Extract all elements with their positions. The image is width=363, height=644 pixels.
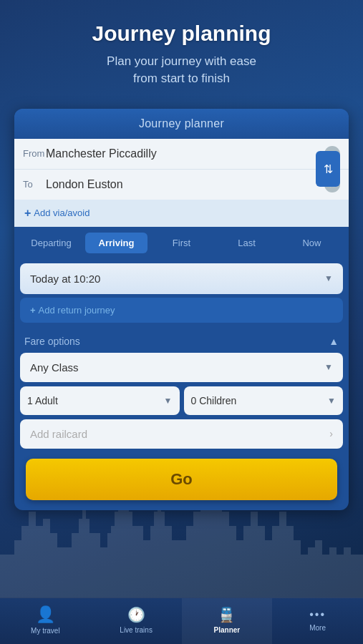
children-arrow-icon: ▼ — [327, 396, 336, 406]
planner-header: Journey planner — [14, 109, 349, 139]
tab-first[interactable]: First — [150, 233, 213, 253]
adults-select-value: 1 Adult — [27, 395, 58, 406]
railcard-arrow-icon: › — [329, 428, 333, 439]
class-select-value: Any Class — [30, 361, 79, 374]
time-picker[interactable]: Today at 10:20 ▼ — [20, 263, 343, 294]
add-via-plus-icon: + — [24, 207, 31, 220]
live-trains-icon: 🕐 — [127, 606, 145, 623]
swap-icon: ⇅ — [324, 162, 333, 176]
tab-arriving[interactable]: Arriving — [85, 233, 147, 253]
time-picker-arrow-icon: ▼ — [324, 273, 333, 283]
station-fields: From To ⇅ — [14, 139, 349, 200]
time-tabs: Departing Arriving First Last Now — [14, 227, 349, 259]
bottom-nav: 👤 My travel 🕐 Live trains 🚆 Planner ••• … — [0, 597, 363, 644]
nav-my-travel-label: My travel — [31, 627, 60, 635]
railcard-button[interactable]: Add railcard › — [20, 419, 343, 449]
add-via-button[interactable]: + Add via/avoid — [14, 200, 349, 227]
planner-card: Journey planner From To ⇅ + Add via/avoi… — [14, 109, 349, 510]
header: Journey planning Plan your journey with … — [0, 0, 363, 102]
nav-my-travel[interactable]: 👤 My travel — [0, 598, 91, 644]
page-subtitle: Plan your journey with easefrom start to… — [14, 53, 349, 87]
nav-more[interactable]: ••• More — [272, 598, 363, 644]
from-label: From — [23, 148, 46, 159]
class-select-arrow-icon: ▼ — [324, 362, 333, 372]
nav-more-label: More — [309, 624, 326, 632]
add-return-label: Add return journey — [39, 305, 115, 316]
children-select[interactable]: 0 Children ▼ — [184, 386, 344, 415]
from-row: From — [14, 139, 349, 170]
nav-live-trains[interactable]: 🕐 Live trains — [91, 598, 182, 644]
railcard-label: Add railcard — [30, 428, 87, 440]
children-select-value: 0 Children — [191, 395, 237, 406]
add-return-plus-icon: + — [30, 305, 36, 316]
adults-arrow-icon: ▼ — [164, 396, 173, 406]
my-travel-icon: 👤 — [36, 605, 55, 624]
tab-now[interactable]: Now — [281, 233, 343, 253]
to-input[interactable] — [46, 178, 324, 191]
to-label: To — [23, 179, 46, 190]
passengers-row: 1 Adult ▼ 0 Children ▼ — [20, 386, 343, 415]
nav-live-trains-label: Live trains — [120, 626, 153, 634]
nav-planner[interactable]: 🚆 Planner — [182, 598, 273, 644]
nav-planner-label: Planner — [214, 626, 241, 634]
add-return-button[interactable]: + Add return journey — [20, 298, 343, 323]
planner-icon: 🚆 — [218, 606, 236, 623]
fare-options-label: Fare options — [24, 336, 80, 347]
tab-departing[interactable]: Departing — [20, 233, 82, 253]
fare-content: Any Class ▼ 1 Adult ▼ 0 Children ▼ Add r… — [14, 353, 349, 510]
page-title: Journey planning — [14, 21, 349, 46]
swap-button[interactable]: ⇅ — [316, 151, 340, 187]
fare-options-header[interactable]: Fare options ▲ — [14, 328, 349, 353]
add-via-label: Add via/avoid — [34, 208, 89, 218]
tab-last[interactable]: Last — [216, 233, 278, 253]
from-input[interactable] — [46, 147, 324, 160]
adults-select[interactable]: 1 Adult ▼ — [20, 386, 180, 415]
time-picker-value: Today at 10:20 — [30, 273, 100, 285]
class-select[interactable]: Any Class ▼ — [20, 353, 343, 382]
more-icon: ••• — [309, 608, 326, 621]
go-button[interactable]: Go — [26, 459, 337, 500]
to-row: To — [14, 170, 349, 200]
fare-options-chevron-icon: ▲ — [329, 336, 339, 347]
